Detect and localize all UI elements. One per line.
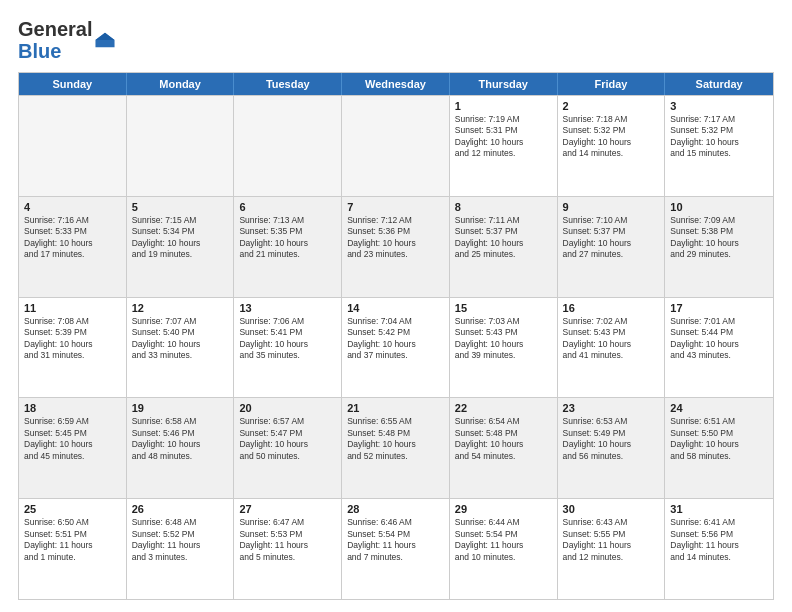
weekday-header-thursday: Thursday — [450, 73, 558, 95]
calendar-header: SundayMondayTuesdayWednesdayThursdayFrid… — [19, 73, 773, 95]
logo-icon — [94, 29, 116, 51]
calendar-cell — [234, 96, 342, 196]
cell-info: Sunrise: 7:06 AM Sunset: 5:41 PM Dayligh… — [239, 316, 336, 362]
cell-info: Sunrise: 7:10 AM Sunset: 5:37 PM Dayligh… — [563, 215, 660, 261]
calendar-cell: 29Sunrise: 6:44 AM Sunset: 5:54 PM Dayli… — [450, 499, 558, 599]
cell-info: Sunrise: 6:55 AM Sunset: 5:48 PM Dayligh… — [347, 416, 444, 462]
day-number: 31 — [670, 503, 768, 515]
day-number: 1 — [455, 100, 552, 112]
cell-info: Sunrise: 6:47 AM Sunset: 5:53 PM Dayligh… — [239, 517, 336, 563]
svg-marker-1 — [96, 33, 115, 40]
cell-info: Sunrise: 7:01 AM Sunset: 5:44 PM Dayligh… — [670, 316, 768, 362]
cell-info: Sunrise: 7:03 AM Sunset: 5:43 PM Dayligh… — [455, 316, 552, 362]
calendar-cell: 20Sunrise: 6:57 AM Sunset: 5:47 PM Dayli… — [234, 398, 342, 498]
calendar-cell: 4Sunrise: 7:16 AM Sunset: 5:33 PM Daylig… — [19, 197, 127, 297]
cell-info: Sunrise: 7:13 AM Sunset: 5:35 PM Dayligh… — [239, 215, 336, 261]
cell-info: Sunrise: 6:50 AM Sunset: 5:51 PM Dayligh… — [24, 517, 121, 563]
day-number: 25 — [24, 503, 121, 515]
calendar-cell: 31Sunrise: 6:41 AM Sunset: 5:56 PM Dayli… — [665, 499, 773, 599]
cell-info: Sunrise: 6:44 AM Sunset: 5:54 PM Dayligh… — [455, 517, 552, 563]
calendar-cell: 12Sunrise: 7:07 AM Sunset: 5:40 PM Dayli… — [127, 298, 235, 398]
cell-info: Sunrise: 7:17 AM Sunset: 5:32 PM Dayligh… — [670, 114, 768, 160]
day-number: 22 — [455, 402, 552, 414]
calendar-cell: 23Sunrise: 6:53 AM Sunset: 5:49 PM Dayli… — [558, 398, 666, 498]
day-number: 2 — [563, 100, 660, 112]
calendar-cell: 5Sunrise: 7:15 AM Sunset: 5:34 PM Daylig… — [127, 197, 235, 297]
calendar-cell: 25Sunrise: 6:50 AM Sunset: 5:51 PM Dayli… — [19, 499, 127, 599]
day-number: 15 — [455, 302, 552, 314]
day-number: 6 — [239, 201, 336, 213]
calendar: SundayMondayTuesdayWednesdayThursdayFrid… — [18, 72, 774, 600]
calendar-cell: 24Sunrise: 6:51 AM Sunset: 5:50 PM Dayli… — [665, 398, 773, 498]
day-number: 29 — [455, 503, 552, 515]
day-number: 21 — [347, 402, 444, 414]
day-number: 16 — [563, 302, 660, 314]
calendar-cell: 16Sunrise: 7:02 AM Sunset: 5:43 PM Dayli… — [558, 298, 666, 398]
day-number: 13 — [239, 302, 336, 314]
calendar-cell: 14Sunrise: 7:04 AM Sunset: 5:42 PM Dayli… — [342, 298, 450, 398]
cell-info: Sunrise: 6:43 AM Sunset: 5:55 PM Dayligh… — [563, 517, 660, 563]
calendar-cell: 19Sunrise: 6:58 AM Sunset: 5:46 PM Dayli… — [127, 398, 235, 498]
calendar-row-5: 25Sunrise: 6:50 AM Sunset: 5:51 PM Dayli… — [19, 498, 773, 599]
calendar-cell: 27Sunrise: 6:47 AM Sunset: 5:53 PM Dayli… — [234, 499, 342, 599]
cell-info: Sunrise: 6:41 AM Sunset: 5:56 PM Dayligh… — [670, 517, 768, 563]
day-number: 26 — [132, 503, 229, 515]
cell-info: Sunrise: 6:53 AM Sunset: 5:49 PM Dayligh… — [563, 416, 660, 462]
day-number: 8 — [455, 201, 552, 213]
cell-info: Sunrise: 7:12 AM Sunset: 5:36 PM Dayligh… — [347, 215, 444, 261]
calendar-cell: 26Sunrise: 6:48 AM Sunset: 5:52 PM Dayli… — [127, 499, 235, 599]
day-number: 9 — [563, 201, 660, 213]
calendar-cell: 11Sunrise: 7:08 AM Sunset: 5:39 PM Dayli… — [19, 298, 127, 398]
cell-info: Sunrise: 6:48 AM Sunset: 5:52 PM Dayligh… — [132, 517, 229, 563]
cell-info: Sunrise: 7:18 AM Sunset: 5:32 PM Dayligh… — [563, 114, 660, 160]
cell-info: Sunrise: 6:59 AM Sunset: 5:45 PM Dayligh… — [24, 416, 121, 462]
cell-info: Sunrise: 7:11 AM Sunset: 5:37 PM Dayligh… — [455, 215, 552, 261]
calendar-cell: 22Sunrise: 6:54 AM Sunset: 5:48 PM Dayli… — [450, 398, 558, 498]
calendar-row-1: 1Sunrise: 7:19 AM Sunset: 5:31 PM Daylig… — [19, 95, 773, 196]
calendar-cell: 6Sunrise: 7:13 AM Sunset: 5:35 PM Daylig… — [234, 197, 342, 297]
page-header: GeneralBlue — [18, 18, 774, 62]
calendar-cell — [19, 96, 127, 196]
calendar-cell: 2Sunrise: 7:18 AM Sunset: 5:32 PM Daylig… — [558, 96, 666, 196]
day-number: 12 — [132, 302, 229, 314]
day-number: 24 — [670, 402, 768, 414]
day-number: 19 — [132, 402, 229, 414]
calendar-row-3: 11Sunrise: 7:08 AM Sunset: 5:39 PM Dayli… — [19, 297, 773, 398]
day-number: 28 — [347, 503, 444, 515]
cell-info: Sunrise: 6:51 AM Sunset: 5:50 PM Dayligh… — [670, 416, 768, 462]
logo: GeneralBlue — [18, 18, 116, 62]
day-number: 7 — [347, 201, 444, 213]
weekday-header-friday: Friday — [558, 73, 666, 95]
cell-info: Sunrise: 6:54 AM Sunset: 5:48 PM Dayligh… — [455, 416, 552, 462]
calendar-cell: 8Sunrise: 7:11 AM Sunset: 5:37 PM Daylig… — [450, 197, 558, 297]
day-number: 17 — [670, 302, 768, 314]
weekday-header-saturday: Saturday — [665, 73, 773, 95]
calendar-cell: 17Sunrise: 7:01 AM Sunset: 5:44 PM Dayli… — [665, 298, 773, 398]
weekday-header-sunday: Sunday — [19, 73, 127, 95]
calendar-row-2: 4Sunrise: 7:16 AM Sunset: 5:33 PM Daylig… — [19, 196, 773, 297]
day-number: 11 — [24, 302, 121, 314]
calendar-cell: 21Sunrise: 6:55 AM Sunset: 5:48 PM Dayli… — [342, 398, 450, 498]
cell-info: Sunrise: 7:08 AM Sunset: 5:39 PM Dayligh… — [24, 316, 121, 362]
calendar-cell: 1Sunrise: 7:19 AM Sunset: 5:31 PM Daylig… — [450, 96, 558, 196]
calendar-cell — [127, 96, 235, 196]
day-number: 27 — [239, 503, 336, 515]
calendar-cell: 3Sunrise: 7:17 AM Sunset: 5:32 PM Daylig… — [665, 96, 773, 196]
calendar-cell: 13Sunrise: 7:06 AM Sunset: 5:41 PM Dayli… — [234, 298, 342, 398]
logo-general-text: General — [18, 18, 92, 40]
calendar-body: 1Sunrise: 7:19 AM Sunset: 5:31 PM Daylig… — [19, 95, 773, 599]
day-number: 18 — [24, 402, 121, 414]
calendar-row-4: 18Sunrise: 6:59 AM Sunset: 5:45 PM Dayli… — [19, 397, 773, 498]
day-number: 10 — [670, 201, 768, 213]
calendar-cell: 28Sunrise: 6:46 AM Sunset: 5:54 PM Dayli… — [342, 499, 450, 599]
cell-info: Sunrise: 7:16 AM Sunset: 5:33 PM Dayligh… — [24, 215, 121, 261]
cell-info: Sunrise: 7:04 AM Sunset: 5:42 PM Dayligh… — [347, 316, 444, 362]
day-number: 23 — [563, 402, 660, 414]
day-number: 3 — [670, 100, 768, 112]
cell-info: Sunrise: 6:57 AM Sunset: 5:47 PM Dayligh… — [239, 416, 336, 462]
cell-info: Sunrise: 6:46 AM Sunset: 5:54 PM Dayligh… — [347, 517, 444, 563]
cell-info: Sunrise: 7:02 AM Sunset: 5:43 PM Dayligh… — [563, 316, 660, 362]
day-number: 14 — [347, 302, 444, 314]
cell-info: Sunrise: 7:19 AM Sunset: 5:31 PM Dayligh… — [455, 114, 552, 160]
logo-blue-text: Blue — [18, 40, 92, 62]
